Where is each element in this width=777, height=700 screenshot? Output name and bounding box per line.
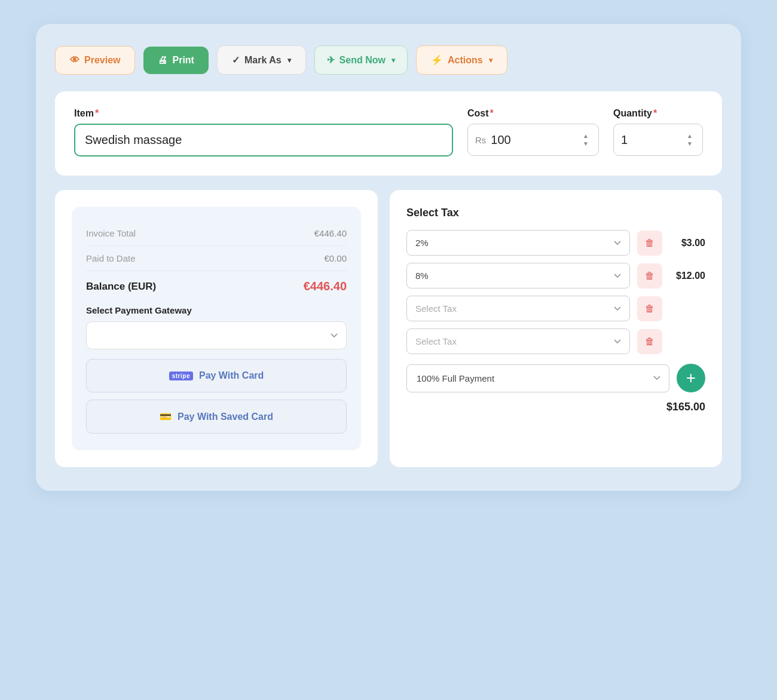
cost-label: Cost* xyxy=(467,108,599,119)
qty-input-wrap: 1 ▲ ▼ xyxy=(613,124,703,156)
balance-value: €446.40 xyxy=(304,280,347,293)
invoice-total-row: Invoice Total €446.40 xyxy=(86,221,347,246)
trash-icon-1: 🗑 xyxy=(645,238,654,248)
gateway-section: Select Payment Gateway xyxy=(86,305,347,349)
qty-spinners: ▲ ▼ xyxy=(684,133,695,148)
pay-with-card-button[interactable]: stripe Pay With Card xyxy=(86,359,347,392)
eye-icon: 👁 xyxy=(70,55,79,66)
tax-select-4[interactable]: Select Tax 2% 8% xyxy=(406,328,630,354)
main-container: 👁 Preview 🖨 Print ✓ Mark As ▾ ✈ Send Now… xyxy=(36,24,741,491)
plus-icon: + xyxy=(686,369,696,388)
cost-currency: Rs xyxy=(475,135,486,145)
tax-footer: 100% Full Payment 50% Partial Payment + xyxy=(406,364,705,392)
toolbar: 👁 Preview 🖨 Print ✓ Mark As ▾ ✈ Send Now… xyxy=(55,45,722,75)
pay-with-card-label: Pay With Card xyxy=(199,370,264,381)
markas-arrow-icon: ▾ xyxy=(287,56,291,65)
tax-row: 2% 8% 🗑 $3.00 xyxy=(406,230,705,256)
tax-total-row: $165.00 xyxy=(406,401,705,413)
pay-buttons: stripe Pay With Card 💳 Pay With Saved Ca… xyxy=(86,359,347,434)
tax-select-2[interactable]: 2% 8% xyxy=(406,263,630,288)
qty-value: 1 xyxy=(621,133,684,147)
markas-button[interactable]: ✓ Mark As ▾ xyxy=(217,45,306,75)
tax-total: $165.00 xyxy=(666,401,705,413)
actions-arrow-icon: ▾ xyxy=(489,56,492,65)
preview-button[interactable]: 👁 Preview xyxy=(55,46,135,75)
bottom-panels: Invoice Total €446.40 Paid to Date €0.00… xyxy=(55,190,722,467)
card-icon: 💳 xyxy=(160,411,172,422)
paid-to-date-row: Paid to Date €0.00 xyxy=(86,246,347,271)
tax-amount-2: $12.00 xyxy=(669,271,705,281)
markas-label: Mark As xyxy=(244,55,282,66)
actions-button[interactable]: ⚡ Actions ▾ xyxy=(416,45,507,75)
print-icon: 🖨 xyxy=(158,55,167,66)
send-icon: ✈ xyxy=(327,54,335,66)
tax-amount-1: $3.00 xyxy=(669,238,705,248)
trash-icon-2: 🗑 xyxy=(645,271,654,281)
tax-delete-button-1[interactable]: 🗑 xyxy=(637,231,662,256)
tax-rows: 2% 8% 🗑 $3.00 2% 8% 🗑 xyxy=(406,230,705,354)
sendnow-label: Send Now xyxy=(339,55,386,66)
item-label: Item* xyxy=(74,108,453,119)
cost-input-wrap: Rs 100 ▲ ▼ xyxy=(467,124,599,156)
paid-to-date-value: €0.00 xyxy=(324,253,347,263)
tax-title: Select Tax xyxy=(406,207,705,219)
invoice-total-value: €446.40 xyxy=(314,228,347,238)
print-label: Print xyxy=(172,55,194,66)
payment-summary: Invoice Total €446.40 Paid to Date €0.00… xyxy=(72,207,361,450)
tax-delete-button-4[interactable]: 🗑 xyxy=(637,329,662,354)
add-tax-button[interactable]: + xyxy=(677,364,705,392)
trash-icon-4: 🗑 xyxy=(645,336,654,347)
cost-required-star: * xyxy=(490,108,494,118)
payment-type-select[interactable]: 100% Full Payment 50% Partial Payment xyxy=(406,364,669,392)
sendnow-arrow-icon: ▾ xyxy=(391,56,395,65)
print-button[interactable]: 🖨 Print xyxy=(143,47,208,74)
qty-required-star: * xyxy=(653,108,657,118)
item-field-group: Item* xyxy=(74,108,453,156)
gateway-select[interactable] xyxy=(86,321,347,349)
pay-with-saved-card-button[interactable]: 💳 Pay With Saved Card xyxy=(86,400,347,434)
tax-row: Select Tax 2% 8% 🗑 xyxy=(406,328,705,354)
invoice-total-label: Invoice Total xyxy=(86,228,136,238)
tax-select-1[interactable]: 2% 8% xyxy=(406,230,630,256)
cost-field-group: Cost* Rs 100 ▲ ▼ xyxy=(467,108,599,156)
item-input[interactable] xyxy=(74,124,453,156)
tax-row: 2% 8% 🗑 $12.00 xyxy=(406,263,705,288)
check-icon: ✓ xyxy=(232,54,240,66)
tax-row: Select Tax 2% 8% 🗑 xyxy=(406,296,705,321)
trash-icon-3: 🗑 xyxy=(645,303,654,314)
tax-delete-button-3[interactable]: 🗑 xyxy=(637,296,662,321)
cost-spinners: ▲ ▼ xyxy=(580,133,591,148)
cost-decrement-button[interactable]: ▼ xyxy=(580,140,591,148)
cost-increment-button[interactable]: ▲ xyxy=(580,133,591,140)
bolt-icon: ⚡ xyxy=(431,54,443,66)
cost-value: 100 xyxy=(491,133,576,147)
tax-panel: Select Tax 2% 8% 🗑 $3.00 2% xyxy=(390,190,722,467)
balance-row: Balance (EUR) €446.40 xyxy=(86,271,347,293)
tax-select-3[interactable]: Select Tax 2% 8% xyxy=(406,296,630,321)
payment-panel: Invoice Total €446.40 Paid to Date €0.00… xyxy=(55,190,378,467)
qty-decrement-button[interactable]: ▼ xyxy=(684,140,695,148)
item-row: Item* Cost* Rs 100 ▲ ▼ xyxy=(74,108,703,156)
balance-label: Balance (EUR) xyxy=(86,281,156,293)
sendnow-button[interactable]: ✈ Send Now ▾ xyxy=(314,45,408,75)
item-required-star: * xyxy=(95,108,99,118)
qty-field-group: Quantity* 1 ▲ ▼ xyxy=(613,108,703,156)
item-section: Item* Cost* Rs 100 ▲ ▼ xyxy=(55,91,722,176)
actions-label: Actions xyxy=(448,55,483,66)
qty-increment-button[interactable]: ▲ xyxy=(684,133,695,140)
tax-delete-button-2[interactable]: 🗑 xyxy=(637,263,662,288)
gateway-label: Select Payment Gateway xyxy=(86,305,347,315)
pay-with-saved-card-label: Pay With Saved Card xyxy=(178,412,273,422)
qty-label: Quantity* xyxy=(613,108,703,119)
paid-to-date-label: Paid to Date xyxy=(86,253,136,263)
stripe-logo: stripe xyxy=(169,372,193,380)
preview-label: Preview xyxy=(84,55,120,66)
